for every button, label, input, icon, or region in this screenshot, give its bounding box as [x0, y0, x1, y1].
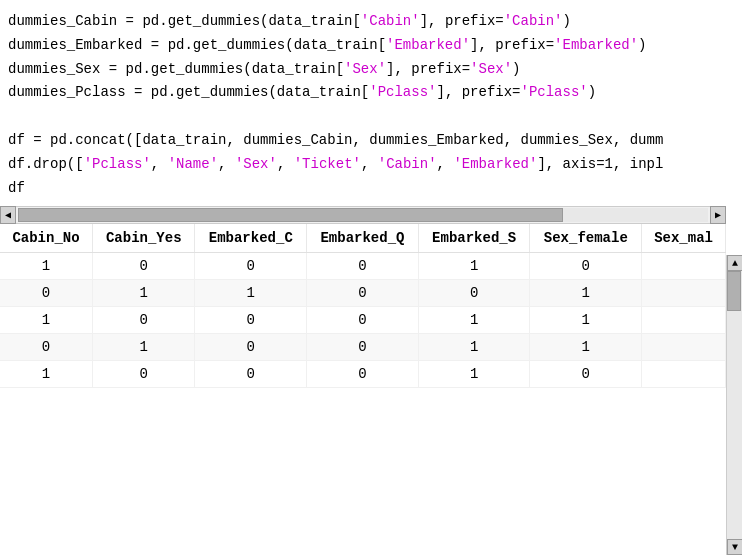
table-cell: 0 [195, 307, 307, 334]
table-cell: 0 [0, 280, 93, 307]
code-line: dummies_Pclass = pd.get_dummies(data_tra… [8, 81, 718, 105]
code-token: ], axis=1, inpl [537, 156, 663, 172]
table-cell: 1 [195, 280, 307, 307]
code-token: 'Sex' [344, 61, 386, 77]
code-token: df.drop([ [8, 156, 84, 172]
table-cell: 0 [307, 334, 419, 361]
scroll-track[interactable] [18, 208, 708, 222]
code-line: dummies_Cabin = pd.get_dummies(data_trai… [8, 10, 718, 34]
table-header: Cabin_Yes [93, 224, 195, 253]
table-header: Cabin_No [0, 224, 93, 253]
table-cell: 0 [307, 253, 419, 280]
table-cell: 0 [418, 280, 530, 307]
table-cell: 1 [530, 307, 642, 334]
table-header: Embarked_Q [307, 224, 419, 253]
table-header: Embarked_C [195, 224, 307, 253]
table-cell [642, 253, 726, 280]
vertical-scrollbar[interactable]: ▲ ▼ [726, 255, 742, 555]
table-cell: 1 [0, 253, 93, 280]
vscroll-thumb[interactable] [727, 271, 741, 311]
table-cell: 0 [195, 253, 307, 280]
table-cell: 1 [530, 280, 642, 307]
code-token: 'Sex' [470, 61, 512, 77]
code-token: ], prefix= [420, 13, 504, 29]
code-token: ) [588, 84, 596, 100]
table-cell: 1 [93, 280, 195, 307]
scroll-left-button[interactable]: ◀ [0, 206, 16, 224]
table-cell [642, 334, 726, 361]
code-token: 'Pclass' [521, 84, 588, 100]
code-token: 'Pclass' [369, 84, 436, 100]
code-token: 'Embarked' [453, 156, 537, 172]
code-line: df.drop(['Pclass', 'Name', 'Sex', 'Ticke… [8, 153, 718, 177]
code-token: 'Sex' [235, 156, 277, 172]
code-token: ], prefix= [386, 61, 470, 77]
table-cell: 0 [195, 361, 307, 388]
code-token: dummies_Sex = pd.get_dummies(data_train[ [8, 61, 344, 77]
table-cell: 0 [195, 334, 307, 361]
code-token: ) [512, 61, 520, 77]
code-token: ], prefix= [470, 37, 554, 53]
table-row: 100010 [0, 253, 726, 280]
code-token: dummies_Cabin = pd.get_dummies(data_trai… [8, 13, 361, 29]
table-row: 100011 [0, 307, 726, 334]
code-token: , [151, 156, 168, 172]
table-cell: 1 [0, 361, 93, 388]
content-area: dummies_Cabin = pd.get_dummies(data_trai… [0, 0, 726, 555]
table-cell: 0 [0, 334, 93, 361]
code-line: df = pd.concat([data_train, dummies_Cabi… [8, 129, 718, 153]
table-header: Embarked_S [418, 224, 530, 253]
table-cell: 0 [530, 361, 642, 388]
scroll-up-button[interactable]: ▲ [727, 255, 742, 271]
scroll-right-button[interactable]: ▶ [710, 206, 726, 224]
table-row: 100010 [0, 361, 726, 388]
code-token: , [437, 156, 454, 172]
table-cell: 0 [307, 307, 419, 334]
table-cell: 1 [0, 307, 93, 334]
code-token: 'Embarked' [554, 37, 638, 53]
code-token: 'Cabin' [504, 13, 563, 29]
code-token: 'Pclass' [84, 156, 151, 172]
code-token: dummies_Pclass = pd.get_dummies(data_tra… [8, 84, 369, 100]
data-table: Cabin_NoCabin_YesEmbarked_CEmbarked_QEmb… [0, 224, 726, 388]
code-token: ) [638, 37, 646, 53]
code-token: 'Embarked' [386, 37, 470, 53]
scroll-down-button[interactable]: ▼ [727, 539, 742, 555]
table-header: Sex_mal [642, 224, 726, 253]
horizontal-scrollbar[interactable]: ◀ ▶ [0, 206, 726, 224]
code-token: 'Ticket' [294, 156, 361, 172]
code-token: 'Cabin' [361, 13, 420, 29]
code-line: dummies_Sex = pd.get_dummies(data_train[… [8, 58, 718, 82]
code-token: 'Name' [168, 156, 218, 172]
code-token: ) [563, 13, 571, 29]
table-row: 011001 [0, 280, 726, 307]
code-token: df = pd.concat([data_train, dummies_Cabi… [8, 132, 663, 148]
code-token: 'Cabin' [378, 156, 437, 172]
scroll-thumb[interactable] [18, 208, 563, 222]
table-cell [642, 307, 726, 334]
code-token: , [277, 156, 294, 172]
code-line: dummies_Embarked = pd.get_dummies(data_t… [8, 34, 718, 58]
code-line: df [8, 177, 718, 201]
table-cell: 0 [93, 253, 195, 280]
code-token: dummies_Embarked = pd.get_dummies(data_t… [8, 37, 386, 53]
code-area: dummies_Cabin = pd.get_dummies(data_trai… [0, 0, 726, 206]
table-cell: 1 [418, 334, 530, 361]
table-row: 010011 [0, 334, 726, 361]
table-cell: 1 [418, 307, 530, 334]
table-cell: 0 [93, 361, 195, 388]
main-wrapper: dummies_Cabin = pd.get_dummies(data_trai… [0, 0, 742, 555]
table-header: Sex_female [530, 224, 642, 253]
table-cell: 0 [307, 361, 419, 388]
table-cell [642, 280, 726, 307]
table-cell: 0 [93, 307, 195, 334]
code-token: ], prefix= [436, 84, 520, 100]
vscroll-track[interactable] [727, 271, 742, 539]
table-cell: 0 [307, 280, 419, 307]
table-cell: 1 [530, 334, 642, 361]
code-token: , [218, 156, 235, 172]
table-cell: 1 [418, 253, 530, 280]
code-token: , [361, 156, 378, 172]
table-cell [642, 361, 726, 388]
table-cell: 0 [530, 253, 642, 280]
